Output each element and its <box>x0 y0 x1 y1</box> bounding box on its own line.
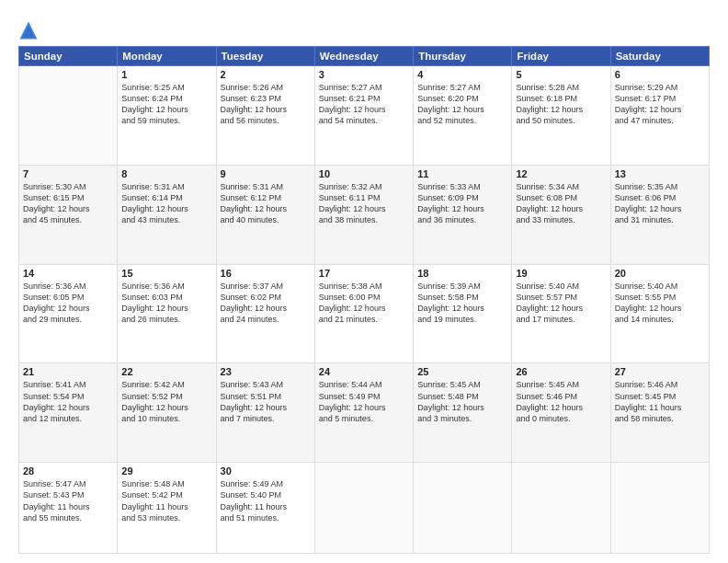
day-number: 28 <box>23 465 113 477</box>
day-info: Sunrise: 5:28 AM Sunset: 6:18 PM Dayligh… <box>516 82 606 127</box>
calendar-day-header: Wednesday <box>314 47 413 66</box>
calendar-week-row: 14Sunrise: 5:36 AM Sunset: 6:05 PM Dayli… <box>19 264 710 363</box>
day-number: 29 <box>121 465 211 477</box>
calendar-cell: 13Sunrise: 5:35 AM Sunset: 6:06 PM Dayli… <box>610 165 709 264</box>
calendar-cell: 23Sunrise: 5:43 AM Sunset: 5:51 PM Dayli… <box>216 363 314 463</box>
day-number: 18 <box>417 268 507 279</box>
day-info: Sunrise: 5:31 AM Sunset: 6:12 PM Dayligh… <box>221 181 311 226</box>
day-number: 30 <box>221 465 311 477</box>
day-info: Sunrise: 5:27 AM Sunset: 6:21 PM Dayligh… <box>319 82 409 127</box>
day-number: 24 <box>319 366 409 377</box>
day-number: 25 <box>417 366 507 377</box>
calendar-cell: 27Sunrise: 5:46 AM Sunset: 5:45 PM Dayli… <box>610 363 709 463</box>
day-number: 23 <box>221 366 311 377</box>
calendar-cell <box>512 463 610 554</box>
calendar-cell: 25Sunrise: 5:45 AM Sunset: 5:48 PM Dayli… <box>414 363 512 463</box>
logo <box>18 20 42 40</box>
calendar-cell: 20Sunrise: 5:40 AM Sunset: 5:55 PM Dayli… <box>610 264 709 363</box>
calendar-day-header: Sunday <box>19 47 118 66</box>
calendar-week-row: 21Sunrise: 5:41 AM Sunset: 5:54 PM Dayli… <box>19 363 710 463</box>
day-info: Sunrise: 5:36 AM Sunset: 6:03 PM Dayligh… <box>121 281 211 326</box>
calendar-cell: 14Sunrise: 5:36 AM Sunset: 6:05 PM Dayli… <box>19 264 118 363</box>
day-number: 7 <box>23 168 113 179</box>
day-info: Sunrise: 5:45 AM Sunset: 5:48 PM Dayligh… <box>417 379 507 424</box>
day-info: Sunrise: 5:32 AM Sunset: 6:11 PM Dayligh… <box>319 181 409 226</box>
day-info: Sunrise: 5:30 AM Sunset: 6:15 PM Dayligh… <box>23 181 113 226</box>
calendar-cell: 9Sunrise: 5:31 AM Sunset: 6:12 PM Daylig… <box>216 165 314 264</box>
day-number: 22 <box>121 366 211 377</box>
day-number: 16 <box>221 268 311 279</box>
calendar-week-row: 1Sunrise: 5:25 AM Sunset: 6:24 PM Daylig… <box>19 66 710 166</box>
calendar-day-header: Thursday <box>414 47 512 66</box>
day-info: Sunrise: 5:47 AM Sunset: 5:43 PM Dayligh… <box>23 478 113 523</box>
calendar-cell: 28Sunrise: 5:47 AM Sunset: 5:43 PM Dayli… <box>19 463 118 554</box>
calendar-cell: 26Sunrise: 5:45 AM Sunset: 5:46 PM Dayli… <box>512 363 610 463</box>
calendar-week-row: 28Sunrise: 5:47 AM Sunset: 5:43 PM Dayli… <box>19 463 710 554</box>
calendar-cell: 8Sunrise: 5:31 AM Sunset: 6:14 PM Daylig… <box>118 165 216 264</box>
day-info: Sunrise: 5:43 AM Sunset: 5:51 PM Dayligh… <box>221 379 311 424</box>
calendar-cell: 30Sunrise: 5:49 AM Sunset: 5:40 PM Dayli… <box>216 463 314 554</box>
day-info: Sunrise: 5:44 AM Sunset: 5:49 PM Dayligh… <box>319 379 409 424</box>
calendar-cell <box>414 463 512 554</box>
day-number: 1 <box>121 69 211 80</box>
day-info: Sunrise: 5:49 AM Sunset: 5:40 PM Dayligh… <box>221 478 311 523</box>
calendar-cell <box>610 463 709 554</box>
calendar-cell: 5Sunrise: 5:28 AM Sunset: 6:18 PM Daylig… <box>512 66 610 166</box>
day-info: Sunrise: 5:46 AM Sunset: 5:45 PM Dayligh… <box>615 379 705 424</box>
day-info: Sunrise: 5:27 AM Sunset: 6:20 PM Dayligh… <box>417 82 507 127</box>
day-info: Sunrise: 5:48 AM Sunset: 5:42 PM Dayligh… <box>121 478 211 523</box>
day-number: 2 <box>221 69 311 80</box>
calendar-cell: 11Sunrise: 5:33 AM Sunset: 6:09 PM Dayli… <box>414 165 512 264</box>
calendar-day-header: Monday <box>118 47 216 66</box>
day-number: 5 <box>516 69 606 80</box>
calendar-cell: 6Sunrise: 5:29 AM Sunset: 6:17 PM Daylig… <box>610 66 709 166</box>
calendar-cell: 12Sunrise: 5:34 AM Sunset: 6:08 PM Dayli… <box>512 165 610 264</box>
day-number: 13 <box>615 168 705 179</box>
calendar-cell: 22Sunrise: 5:42 AM Sunset: 5:52 PM Dayli… <box>118 363 216 463</box>
day-number: 9 <box>221 168 311 179</box>
calendar-cell: 3Sunrise: 5:27 AM Sunset: 6:21 PM Daylig… <box>314 66 413 166</box>
day-number: 14 <box>23 268 113 279</box>
day-number: 10 <box>319 168 409 179</box>
day-info: Sunrise: 5:36 AM Sunset: 6:05 PM Dayligh… <box>23 281 113 326</box>
day-number: 6 <box>615 69 705 80</box>
calendar-cell: 1Sunrise: 5:25 AM Sunset: 6:24 PM Daylig… <box>118 66 216 166</box>
day-number: 21 <box>23 366 113 377</box>
day-number: 27 <box>615 366 705 377</box>
day-number: 8 <box>121 168 211 179</box>
calendar-cell <box>19 66 118 166</box>
day-info: Sunrise: 5:39 AM Sunset: 5:58 PM Dayligh… <box>417 281 507 326</box>
day-number: 11 <box>417 168 507 179</box>
calendar-cell: 18Sunrise: 5:39 AM Sunset: 5:58 PM Dayli… <box>414 264 512 363</box>
day-info: Sunrise: 5:45 AM Sunset: 5:46 PM Dayligh… <box>516 379 606 424</box>
day-number: 4 <box>417 69 507 80</box>
calendar-table: SundayMondayTuesdayWednesdayThursdayFrid… <box>18 46 710 554</box>
day-info: Sunrise: 5:31 AM Sunset: 6:14 PM Dayligh… <box>121 181 211 226</box>
calendar-cell: 21Sunrise: 5:41 AM Sunset: 5:54 PM Dayli… <box>19 363 118 463</box>
day-info: Sunrise: 5:37 AM Sunset: 6:02 PM Dayligh… <box>221 281 311 326</box>
calendar-header-row: SundayMondayTuesdayWednesdayThursdayFrid… <box>19 47 710 66</box>
day-info: Sunrise: 5:29 AM Sunset: 6:17 PM Dayligh… <box>615 82 705 127</box>
day-number: 17 <box>319 268 409 279</box>
day-info: Sunrise: 5:41 AM Sunset: 5:54 PM Dayligh… <box>23 379 113 424</box>
day-info: Sunrise: 5:25 AM Sunset: 6:24 PM Dayligh… <box>121 82 211 127</box>
calendar-day-header: Tuesday <box>216 47 314 66</box>
calendar-cell <box>314 463 413 554</box>
day-number: 12 <box>516 168 606 179</box>
page: SundayMondayTuesdayWednesdayThursdayFrid… <box>0 0 728 563</box>
day-number: 19 <box>516 268 606 279</box>
day-info: Sunrise: 5:40 AM Sunset: 5:55 PM Dayligh… <box>615 281 705 326</box>
day-info: Sunrise: 5:42 AM Sunset: 5:52 PM Dayligh… <box>121 379 211 424</box>
day-info: Sunrise: 5:34 AM Sunset: 6:08 PM Dayligh… <box>516 181 606 226</box>
calendar-cell: 10Sunrise: 5:32 AM Sunset: 6:11 PM Dayli… <box>314 165 413 264</box>
day-number: 20 <box>615 268 705 279</box>
day-info: Sunrise: 5:33 AM Sunset: 6:09 PM Dayligh… <box>417 181 507 226</box>
calendar-cell: 4Sunrise: 5:27 AM Sunset: 6:20 PM Daylig… <box>414 66 512 166</box>
day-info: Sunrise: 5:40 AM Sunset: 5:57 PM Dayligh… <box>516 281 606 326</box>
day-info: Sunrise: 5:38 AM Sunset: 6:00 PM Dayligh… <box>319 281 409 326</box>
calendar-cell: 7Sunrise: 5:30 AM Sunset: 6:15 PM Daylig… <box>19 165 118 264</box>
day-number: 15 <box>121 268 211 279</box>
day-number: 26 <box>516 366 606 377</box>
calendar-day-header: Saturday <box>610 47 709 66</box>
logo-icon <box>18 20 39 40</box>
